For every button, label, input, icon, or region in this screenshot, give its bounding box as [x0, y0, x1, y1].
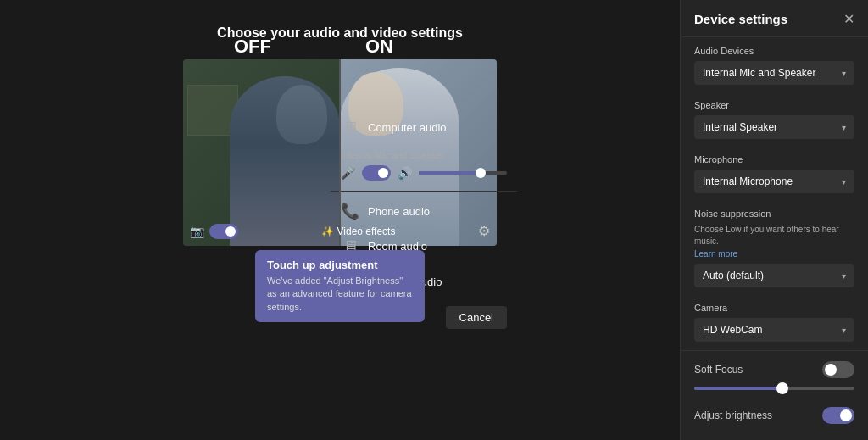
video-controls: 📷 ✨ Video effects ⚙ [190, 223, 490, 239]
camera-label: Camera [694, 303, 854, 313]
audio-devices-chevron: ▾ [842, 69, 846, 78]
video-effects-button[interactable]: ✨ Video effects [321, 226, 396, 237]
phone-audio-icon: 📞 [341, 202, 359, 220]
camera-toggle-knob [225, 226, 236, 237]
off-label: OFF [234, 36, 271, 58]
mic-controls: 🎤 🔊 [341, 165, 507, 181]
video-ctrl-left: 📷 [190, 224, 238, 239]
audio-devices-section: Audio Devices Internal Mic and Speaker ▾ [681, 37, 868, 92]
tooltip-description: We've added "Adjust Brightness" as an ad… [267, 275, 413, 314]
panel-title: Device settings [694, 12, 787, 26]
device-settings-panel: Device settings ✕ Audio Devices Internal… [680, 0, 868, 440]
mic-toggle[interactable] [362, 165, 391, 181]
audio-devices-label: Audio Devices [694, 46, 854, 56]
head-left [276, 85, 327, 144]
panel-divider [681, 350, 868, 351]
audio-devices-dropdown[interactable]: Internal Mic and Speaker ▾ [694, 61, 854, 85]
camera-dropdown[interactable]: HD WebCam ▾ [694, 318, 854, 342]
soft-focus-slider-row [681, 387, 868, 398]
camera-value: HD WebCam [703, 324, 762, 336]
computer-audio-option[interactable]: 🖥 Computer audio [331, 110, 517, 145]
video-divider [339, 59, 341, 246]
mic-device-label: Internal Mic and Speaker [341, 150, 507, 160]
mic-toggle-knob [378, 168, 388, 178]
speaker-dropdown[interactable]: Internal Speaker ▾ [694, 115, 854, 139]
tooltip-title: Touch up adjustment [267, 259, 413, 271]
person-silhouette-left [230, 76, 340, 246]
mic-row: Internal Mic and Speaker 🎤 🔊 [331, 145, 517, 189]
sparkle-icon: ✨ [321, 226, 334, 237]
tooltip: Touch up adjustment We've added "Adjust … [255, 250, 425, 322]
soft-focus-slider[interactable] [694, 387, 854, 390]
panel-header: Device settings ✕ [681, 0, 868, 37]
speaker-label: Speaker [694, 100, 854, 110]
speaker-value: Internal Speaker [703, 121, 777, 133]
noise-suppression-chevron: ▾ [842, 271, 846, 281]
volume-slider[interactable] [419, 171, 507, 175]
camera-icon: 📷 [190, 225, 204, 238]
settings-icon[interactable]: ⚙ [478, 223, 490, 239]
phone-audio-label: Phone audio [368, 205, 430, 218]
soft-focus-row: Soft Focus [681, 353, 868, 387]
computer-audio-label: Computer audio [368, 121, 447, 134]
volume-knob [476, 168, 486, 178]
noise-suppression-value: Auto (default) [703, 270, 764, 281]
soft-focus-fill [694, 387, 782, 390]
microphone-chevron: ▾ [842, 177, 846, 187]
microphone-section: Microphone Internal Microphone ▾ [681, 146, 868, 200]
adjust-brightness-label: Adjust brightness [694, 409, 772, 421]
mic-icon: 🎤 [341, 166, 355, 180]
close-button[interactable]: ✕ [843, 13, 854, 26]
main-area: Choose your audio and video settings OFF… [0, 0, 680, 440]
microphone-label: Microphone [694, 154, 854, 164]
noise-suppression-section: Noise suppression Choose Low if you want… [681, 200, 868, 294]
noise-suppression-desc: Choose Low if you want others to hear mu… [694, 224, 854, 248]
video-off-half [183, 59, 340, 246]
camera-toggle[interactable] [209, 224, 238, 239]
microphone-dropdown[interactable]: Internal Microphone ▾ [694, 170, 854, 193]
soft-focus-knob [825, 364, 837, 376]
learn-more-link[interactable]: Learn more [694, 249, 854, 259]
audio-devices-value: Internal Mic and Speaker [703, 67, 815, 79]
adjust-brightness-toggle[interactable] [822, 407, 854, 424]
soft-focus-label: Soft Focus [694, 364, 743, 376]
speaker-icon: 🔊 [398, 166, 412, 180]
noise-suppression-dropdown[interactable]: Auto (default) ▾ [694, 264, 854, 287]
adjust-brightness-knob [840, 409, 852, 421]
soft-focus-thumb[interactable] [776, 382, 788, 394]
cancel-button[interactable]: Cancel [446, 306, 507, 329]
adjust-brightness-row: Adjust brightness [681, 398, 868, 432]
volume-fill [419, 171, 481, 175]
noise-suppression-label: Noise suppression [694, 209, 854, 219]
soft-focus-toggle[interactable] [822, 361, 854, 378]
camera-section: Camera HD WebCam ▾ [681, 294, 868, 348]
on-label: ON [365, 36, 393, 58]
speaker-chevron: ▾ [842, 123, 846, 132]
camera-chevron: ▾ [842, 326, 846, 335]
computer-audio-icon: 🖥 [341, 119, 359, 136]
divider [331, 191, 517, 192]
speaker-section: Speaker Internal Speaker ▾ [681, 92, 868, 146]
microphone-value: Internal Microphone [703, 175, 793, 187]
